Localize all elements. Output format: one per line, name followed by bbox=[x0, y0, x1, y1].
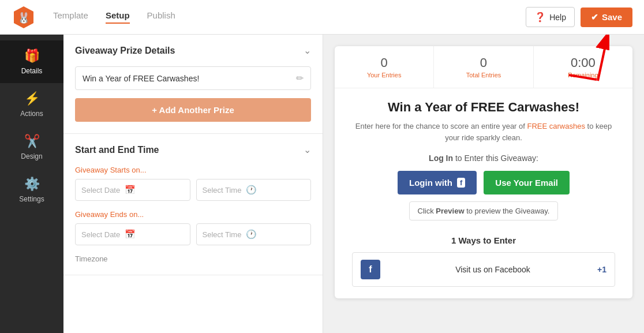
gear-icon: ⚙️ bbox=[24, 177, 40, 192]
ends-date-input[interactable]: Select Date 📅 bbox=[75, 223, 190, 245]
sidebar-item-settings[interactable]: ⚙️ Settings bbox=[0, 169, 63, 211]
ends-clock-icon: 🕐 bbox=[246, 229, 257, 240]
starts-time-placeholder: Select Time bbox=[203, 186, 242, 194]
tab-publish[interactable]: Publish bbox=[147, 10, 175, 24]
your-entries-label: Your Entries bbox=[340, 72, 428, 78]
svg-text:🐰: 🐰 bbox=[17, 12, 31, 24]
nav-tabs: Template Setup Publish bbox=[53, 10, 526, 24]
tab-setup[interactable]: Setup bbox=[106, 10, 130, 24]
top-nav: 🐰 Template Setup Publish ❓ Help ✔ Save bbox=[0, 0, 644, 35]
ways-title: 1 Ways to Enter bbox=[352, 235, 615, 245]
time-section: Start and End Time ⌄ Giveaway Starts on.… bbox=[63, 134, 323, 275]
preview-hint-wrapper: Click Preview to preview the Giveaway. bbox=[352, 201, 615, 229]
login-label: Log In to Enter this Giveaway: bbox=[352, 154, 615, 163]
preview-hint: Click Preview to preview the Giveaway. bbox=[409, 201, 559, 220]
prize-chevron-icon: ⌄ bbox=[304, 45, 311, 56]
prize-text: Win a Year of FREE Carwashes! bbox=[83, 74, 296, 83]
design-icon: ✂️ bbox=[24, 134, 40, 149]
sidebar-item-actions[interactable]: ⚡ Actions bbox=[0, 83, 63, 126]
preview-card: 0 Your Entries 0 Total Entries 0:00 Rema… bbox=[335, 46, 632, 298]
time-section-title: Start and End Time bbox=[75, 145, 159, 155]
main-layout: 🎁 Details ⚡ Actions ✂️ Design ⚙️ Setting… bbox=[0, 35, 644, 333]
stat-total-entries: 0 Total Entries bbox=[434, 46, 533, 88]
time-section-header[interactable]: Start and End Time ⌄ bbox=[63, 134, 323, 166]
sidebar-item-details[interactable]: 🎁 Details bbox=[0, 40, 63, 83]
ends-time-input[interactable]: Select Time 🕐 bbox=[196, 223, 312, 245]
sidebar: 🎁 Details ⚡ Actions ✂️ Design ⚙️ Setting… bbox=[0, 35, 63, 333]
help-button[interactable]: ❓ Help bbox=[526, 7, 575, 27]
fb-square-icon: f bbox=[361, 260, 380, 279]
prize-input-row: Win a Year of FREE Carwashes! ✏ bbox=[75, 66, 311, 90]
entry-row: f Visit us on Facebook +1 bbox=[352, 252, 615, 287]
plus-badge: +1 bbox=[597, 265, 606, 274]
time-section-body: Giveaway Starts on... Select Date 📅 Sele… bbox=[63, 166, 323, 275]
save-label: Save bbox=[602, 12, 622, 22]
ends-calendar-icon: 📅 bbox=[125, 229, 136, 240]
clock-icon: 🕐 bbox=[246, 185, 257, 195]
giveaway-title: Win a Year of FREE Carwashes! bbox=[352, 100, 615, 115]
stats-row: 0 Your Entries 0 Total Entries 0:00 Rema… bbox=[335, 46, 632, 88]
gift-icon: 🎁 bbox=[24, 48, 40, 63]
calendar-icon: 📅 bbox=[125, 185, 136, 195]
nav-right: ❓ Help ✔ Save bbox=[526, 7, 632, 27]
tab-template[interactable]: Template bbox=[53, 10, 88, 24]
facebook-icon: f bbox=[457, 178, 465, 188]
entry-text: Visit us on Facebook bbox=[388, 265, 597, 274]
add-prize-label: + Add Another Prize bbox=[152, 105, 234, 115]
sidebar-label-design: Design bbox=[21, 152, 42, 160]
timezone-label: Timezone bbox=[75, 255, 311, 263]
sidebar-label-settings: Settings bbox=[19, 195, 44, 203]
save-button[interactable]: ✔ Save bbox=[581, 8, 632, 27]
login-buttons: Login with f Use Your Email bbox=[352, 171, 615, 194]
email-login-button[interactable]: Use Your Email bbox=[484, 171, 570, 194]
facebook-login-button[interactable]: Login with f bbox=[398, 171, 477, 194]
help-label: Help bbox=[549, 13, 566, 22]
time-chevron-icon: ⌄ bbox=[304, 144, 311, 155]
total-entries-label: Total Entries bbox=[440, 72, 527, 78]
starts-label: Giveaway Starts on... bbox=[75, 166, 311, 174]
ends-label: Giveaway Ends on... bbox=[75, 210, 311, 219]
total-entries-value: 0 bbox=[440, 55, 527, 70]
edit-icon[interactable]: ✏ bbox=[296, 73, 304, 84]
login-with-label: Login with bbox=[409, 178, 452, 188]
ends-time-placeholder: Select Time bbox=[203, 230, 242, 239]
stat-your-entries: 0 Your Entries bbox=[335, 46, 434, 88]
giveaway-desc: Enter here for the chance to score an en… bbox=[352, 121, 615, 143]
content-panel: Giveaway Prize Details ⌄ Win a Year of F… bbox=[63, 35, 323, 333]
your-entries-value: 0 bbox=[340, 55, 428, 70]
remaining-value: 0:00 bbox=[540, 55, 627, 70]
check-icon: ✔ bbox=[591, 12, 598, 23]
ends-date-placeholder: Select Date bbox=[81, 230, 120, 239]
starts-date-time-row: Select Date 📅 Select Time 🕐 bbox=[75, 179, 311, 201]
ends-date-time-row: Select Date 📅 Select Time 🕐 bbox=[75, 223, 311, 245]
remaining-label: Remaining bbox=[540, 72, 627, 78]
add-prize-button[interactable]: + Add Another Prize bbox=[75, 98, 311, 122]
prize-section-body: Win a Year of FREE Carwashes! ✏ + Add An… bbox=[63, 66, 323, 133]
starts-time-input[interactable]: Select Time 🕐 bbox=[196, 179, 312, 201]
prize-section-header[interactable]: Giveaway Prize Details ⌄ bbox=[63, 35, 323, 66]
prize-section: Giveaway Prize Details ⌄ Win a Year of F… bbox=[63, 35, 323, 134]
stat-remaining: 0:00 Remaining bbox=[534, 46, 632, 88]
preview-panel: 0 Your Entries 0 Total Entries 0:00 Rema… bbox=[323, 35, 644, 333]
starts-date-placeholder: Select Date bbox=[81, 186, 120, 194]
preview-content: Win a Year of FREE Carwashes! Enter here… bbox=[335, 88, 632, 298]
sidebar-label-actions: Actions bbox=[20, 110, 43, 118]
lightning-icon: ⚡ bbox=[24, 91, 40, 106]
sidebar-label-details: Details bbox=[21, 67, 43, 75]
highlight-free: FREE carwashes bbox=[527, 122, 585, 130]
help-icon: ❓ bbox=[534, 12, 546, 23]
prize-section-title: Giveaway Prize Details bbox=[75, 46, 175, 56]
starts-date-input[interactable]: Select Date 📅 bbox=[75, 179, 190, 201]
sidebar-item-design[interactable]: ✂️ Design bbox=[0, 126, 63, 169]
logo: 🐰 bbox=[12, 5, 36, 29]
